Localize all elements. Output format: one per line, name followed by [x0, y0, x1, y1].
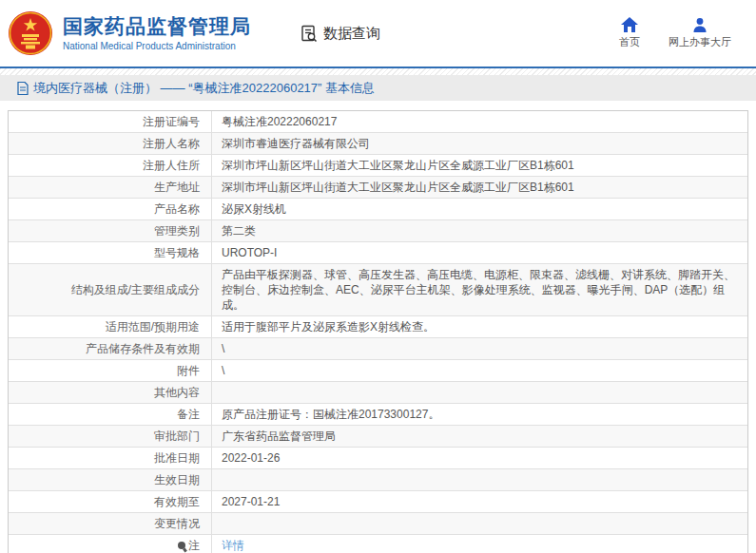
table-row: 有效期至2027-01-21 [9, 491, 747, 513]
row-value: 适用于腹部平片及泌尿系造影X射线检查。 [212, 316, 747, 337]
row-label: 产品名称 [9, 199, 212, 219]
data-query-label: 数据查询 [323, 25, 380, 43]
row-value [212, 521, 747, 526]
row-label: 有效期至 [9, 491, 212, 512]
table-row: 适用范围/预期用途适用于腹部平片及泌尿系造影X射线检查。 [9, 316, 747, 338]
nav-home-label: 首页 [619, 35, 640, 49]
site-header: 国家药品监督管理局 National Medical Products Admi… [0, 0, 756, 67]
data-query-link[interactable]: 数据查询 [300, 25, 380, 43]
row-label: 附件 [9, 360, 212, 381]
table-row: 型号规格UROTOP-I [9, 242, 747, 264]
table-row: 批准日期2022-01-26 [9, 448, 747, 469]
row-value: 深圳市坪山新区坪山街道大工业区聚龙山片区全威源工业厂区B1栋601 [212, 177, 747, 198]
table-row: 变更情况 [9, 513, 747, 535]
org-title-block: 国家药品监督管理局 National Medical Products Admi… [63, 15, 251, 52]
row-value [212, 390, 747, 395]
row-value: 原产品注册证号：国械注准20173300127。 [212, 404, 747, 425]
row-label: 结构及组成/主要组成成分 [9, 264, 212, 315]
table-row: 注册人名称深圳市睿迪医疗器械有限公司 [9, 133, 747, 155]
row-label: 批准日期 [9, 448, 212, 468]
row-label: 生效日期 [9, 469, 212, 490]
org-name-cn: 国家药品监督管理局 [63, 15, 251, 38]
row-label: 注册人名称 [9, 133, 212, 154]
row-value: 2027-01-21 [212, 491, 747, 512]
row-value: UROTOP-I [212, 242, 747, 263]
row-value: 粤械注准20222060217 [212, 111, 747, 132]
nav-service-hall[interactable]: 网上办事大厅 [669, 17, 731, 49]
national-emblem-icon [8, 10, 53, 56]
table-row: 管理类别第二类 [9, 220, 747, 242]
table-row: 审批部门广东省药品监督管理局 [9, 426, 747, 448]
nav-service-hall-label: 网上办事大厅 [669, 35, 731, 49]
row-value: 深圳市坪山新区坪山街道大工业区聚龙山片区全威源工业厂区B1栋601 [212, 155, 747, 176]
row-value: 2022-01-26 [212, 448, 747, 468]
user-icon [692, 17, 708, 32]
row-value: 广东省药品监督管理局 [212, 426, 747, 447]
row-value: \ [212, 360, 747, 381]
table-row: 生效日期 [9, 469, 747, 491]
table-row: 其他内容 [9, 382, 747, 404]
document-icon [17, 82, 29, 95]
row-label: 管理类别 [9, 220, 212, 241]
table-row: 备注原产品注册证号：国械注准20173300127。 [9, 404, 747, 426]
nav-home[interactable]: 首页 [619, 17, 640, 49]
table-row: 产品名称泌尿X射线机 [9, 199, 747, 220]
row-label: 变更情况 [9, 513, 212, 534]
row-label: 注册人住所 [9, 155, 212, 176]
row-value: 泌尿X射线机 [212, 199, 747, 219]
row-value: 产品由平板探测器、球管、高压发生器、高压电缆、电源柜、限束器、滤线栅、对讲系统、… [212, 264, 747, 315]
row-label: 注 [9, 535, 212, 553]
row-label: 产品储存条件及有效期 [9, 338, 212, 359]
table-row: 附件\ [9, 360, 747, 382]
row-label: 生产地址 [9, 177, 212, 198]
org-name-en: National Medical Products Administration [63, 41, 251, 52]
lightbulb-icon [178, 542, 185, 549]
table-row: 注册证编号粤械注准20222060217 [9, 111, 747, 133]
row-value: 第二类 [212, 220, 747, 241]
row-label: 备注 [9, 404, 212, 425]
table-row: 注册人住所深圳市坪山新区坪山街道大工业区聚龙山片区全威源工业厂区B1栋601 [9, 155, 747, 177]
row-label: 注册证编号 [9, 111, 212, 132]
row-value: 深圳市睿迪医疗器械有限公司 [212, 133, 747, 154]
breadcrumb: 境内医疗器械（注册） —— “粤械注准20222060217” 基本信息 [0, 75, 756, 101]
row-label: 其他内容 [9, 382, 212, 403]
row-label: 适用范围/预期用途 [9, 316, 212, 337]
table-row: 注详情 [9, 535, 747, 553]
row-value [212, 477, 747, 483]
info-table: 注册证编号粤械注准20222060217注册人名称深圳市睿迪医疗器械有限公司注册… [8, 110, 748, 553]
header-nav: 首页 网上办事大厅 [619, 17, 745, 49]
document-search-icon [300, 25, 319, 43]
row-value: 详情 [212, 535, 747, 553]
table-row: 产品储存条件及有效期\ [9, 338, 747, 360]
row-label: 型号规格 [9, 242, 212, 263]
hatch-band [0, 68, 756, 75]
detail-link[interactable]: 详情 [222, 539, 244, 552]
page-title: 境内医疗器械（注册） —— “粤械注准20222060217” 基本信息 [33, 80, 375, 97]
table-row: 结构及组成/主要组成成分产品由平板探测器、球管、高压发生器、高压电缆、电源柜、限… [9, 264, 747, 316]
home-icon [621, 17, 638, 32]
table-row: 生产地址深圳市坪山新区坪山街道大工业区聚龙山片区全威源工业厂区B1栋601 [9, 177, 747, 199]
row-label: 审批部门 [9, 426, 212, 447]
row-value: \ [212, 338, 747, 359]
